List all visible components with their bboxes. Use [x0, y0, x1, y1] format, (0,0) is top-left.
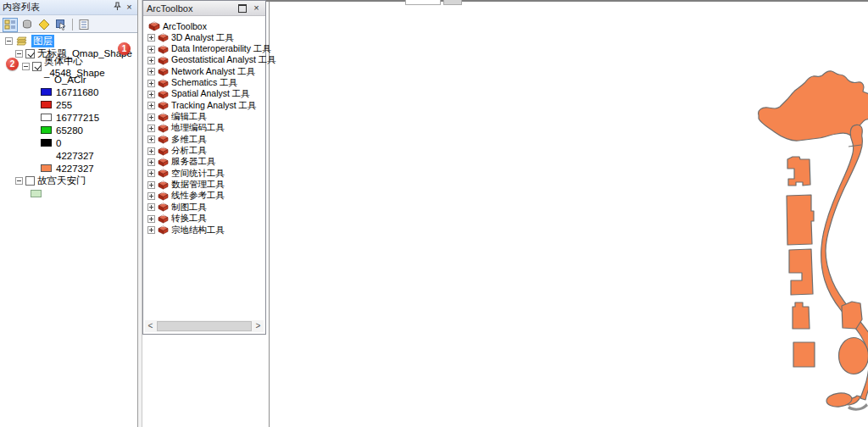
scroll-left-icon[interactable]: <: [145, 320, 156, 332]
expand-icon[interactable]: [147, 91, 155, 98]
toolbox-item-label[interactable]: 制图工具: [171, 202, 207, 214]
toolbox-item[interactable]: 宗地结构工具: [147, 225, 265, 236]
toolbox-item-label[interactable]: Network Analyst 工具: [171, 66, 255, 78]
toolbox-item[interactable]: Network Analyst 工具: [147, 66, 265, 77]
legend-item[interactable]: 0: [0, 136, 137, 149]
toolbox-item[interactable]: 分析工具: [147, 145, 265, 156]
toolbox-item[interactable]: Tracking Analyst 工具: [147, 100, 265, 111]
toolbox-item[interactable]: Schematics 工具: [147, 77, 265, 88]
layer1-visibility-checkbox[interactable]: [25, 49, 35, 58]
legend-swatch[interactable]: [41, 101, 52, 108]
list-by-source-button[interactable]: [19, 18, 35, 32]
legend-swatch[interactable]: [41, 139, 52, 147]
legend-swatch[interactable]: [41, 164, 52, 172]
toolbox-item[interactable]: 编辑工具: [147, 111, 265, 122]
layer3-label[interactable]: 故宫天安门: [37, 175, 86, 187]
maximize-icon[interactable]: [238, 4, 247, 13]
layer2-visibility-checkbox[interactable]: [32, 62, 42, 71]
expand-icon[interactable]: [147, 226, 155, 234]
toolbox-item-label[interactable]: Data Interoperability 工具: [171, 43, 271, 55]
toolbar-button-remnant[interactable]: [443, 0, 462, 5]
toolbox-item-label[interactable]: 分析工具: [171, 145, 207, 157]
list-by-drawing-order-button[interactable]: [3, 18, 18, 32]
expand-icon[interactable]: [147, 57, 155, 64]
pin-icon[interactable]: [113, 2, 124, 13]
toolbox-item[interactable]: 转换工具: [147, 214, 265, 225]
toolbox-item[interactable]: 服务器工具: [147, 157, 265, 168]
map-canvas[interactable]: [270, 0, 868, 427]
layers-root-label[interactable]: 图层: [31, 35, 54, 47]
expand-icon[interactable]: [147, 34, 155, 42]
toolbox-item-label[interactable]: 地理编码工具: [171, 122, 225, 134]
collapse-icon[interactable]: [22, 63, 30, 70]
list-by-selection-button[interactable]: [53, 18, 69, 32]
close-icon[interactable]: ×: [251, 3, 262, 13]
close-icon[interactable]: ×: [124, 3, 135, 12]
toolbox-item-label[interactable]: 数据管理工具: [171, 179, 225, 191]
legend-item[interactable]: 65280: [0, 124, 137, 136]
horizontal-scrollbar[interactable]: < >: [145, 320, 264, 332]
toolbox-item[interactable]: Spatial Analyst 工具: [147, 89, 265, 100]
expand-icon[interactable]: [147, 114, 155, 121]
legend-item[interactable]: 4227327: [0, 162, 137, 175]
toolbox-item-label[interactable]: 编辑工具: [171, 111, 207, 123]
toolbox-item-label[interactable]: 多维工具: [171, 134, 207, 146]
scrollbar-thumb[interactable]: [157, 321, 252, 331]
tree-item-layer3[interactable]: 故宫天安门: [0, 175, 137, 187]
toolbox-item[interactable]: 制图工具: [147, 202, 265, 213]
collapse-icon[interactable]: [15, 50, 23, 58]
expand-icon[interactable]: [147, 102, 155, 109]
arctoolbox-root-label[interactable]: ArcToolbox: [163, 21, 207, 31]
layer3-visibility-checkbox[interactable]: [25, 176, 35, 186]
collapse-icon[interactable]: [5, 37, 13, 45]
expand-icon[interactable]: [147, 136, 155, 143]
tree-item-layer2[interactable]: 奥体中心_4548_Shape: [0, 60, 137, 73]
toolbox-item-label[interactable]: Spatial Analyst 工具: [171, 88, 250, 100]
expand-icon[interactable]: [147, 192, 155, 200]
expand-icon[interactable]: [147, 215, 155, 223]
expand-icon[interactable]: [147, 158, 155, 166]
toolbox-item-label[interactable]: Tracking Analyst 工具: [171, 100, 257, 112]
tree-item-layers-root[interactable]: 图层: [0, 35, 137, 47]
scroll-right-icon[interactable]: >: [253, 320, 264, 332]
expand-icon[interactable]: [147, 147, 155, 155]
toolbox-item[interactable]: Data Interoperability 工具: [147, 43, 265, 54]
toolbox-item-label[interactable]: 空间统计工具: [171, 168, 225, 180]
layer3-symbol-swatch[interactable]: [31, 190, 42, 197]
toolbox-item[interactable]: 多维工具: [147, 134, 265, 145]
list-by-visibility-button[interactable]: [36, 18, 52, 32]
toolbox-item[interactable]: Geostatistical Analyst 工具: [147, 55, 265, 66]
legend-item[interactable]: 4227327: [0, 149, 137, 162]
expand-icon[interactable]: [147, 80, 155, 87]
toolbox-item-label[interactable]: 3D Analyst 工具: [171, 32, 234, 44]
expand-icon[interactable]: [147, 68, 155, 75]
options-button[interactable]: [76, 18, 92, 32]
toolbox-item-label[interactable]: 服务器工具: [171, 156, 216, 168]
scale-input-remnant[interactable]: [405, 0, 441, 5]
expand-icon[interactable]: [147, 181, 155, 189]
expand-icon[interactable]: [147, 46, 155, 53]
arctoolbox-root-item[interactable]: ArcToolbox: [147, 19, 265, 32]
toolbox-item-label[interactable]: 转换工具: [171, 213, 207, 225]
toolbox-item[interactable]: 3D Analyst 工具: [147, 32, 265, 43]
expand-icon[interactable]: [147, 203, 155, 211]
collapse-icon[interactable]: [15, 177, 23, 185]
toolbox-item[interactable]: 线性参考工具: [147, 191, 265, 202]
toolbox-item[interactable]: 空间统计工具: [147, 168, 265, 179]
toolbox-item-label[interactable]: 宗地结构工具: [171, 225, 225, 236]
legend-swatch[interactable]: [41, 126, 52, 134]
map-view[interactable]: [269, 0, 868, 427]
toolbox-item[interactable]: 地理编码工具: [147, 123, 265, 134]
expand-icon[interactable]: [147, 125, 155, 132]
legend-swatch[interactable]: [41, 114, 52, 121]
legend-swatch[interactable]: [41, 152, 52, 159]
legend-item[interactable]: 255: [0, 98, 137, 111]
expand-icon[interactable]: [147, 169, 155, 177]
toolbox-item-label[interactable]: 线性参考工具: [171, 190, 225, 202]
toolbox-item[interactable]: 数据管理工具: [147, 179, 265, 190]
legend-item[interactable]: 16711680: [0, 86, 137, 98]
legend-item[interactable]: 16777215: [0, 111, 137, 124]
toolbox-item-label[interactable]: Geostatistical Analyst 工具: [171, 54, 276, 66]
legend-swatch[interactable]: [41, 88, 52, 96]
toolbox-item-label[interactable]: Schematics 工具: [171, 77, 237, 89]
